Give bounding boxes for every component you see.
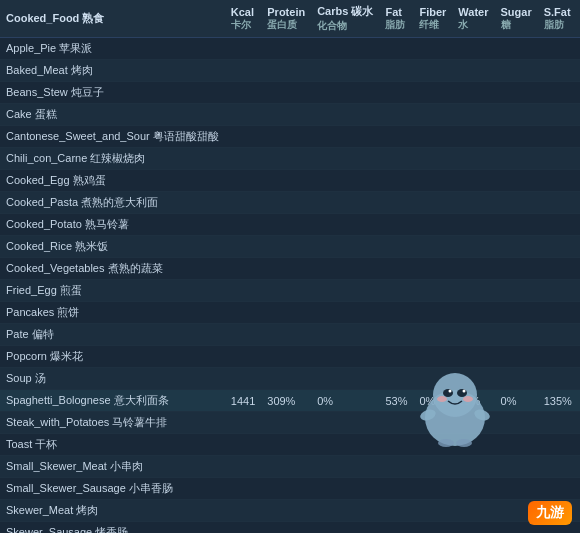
cell-carbs	[311, 302, 379, 324]
table-row: Steak_with_Potatoes 马铃薯牛排	[0, 412, 580, 434]
cell-carbs	[311, 346, 379, 368]
cell-carbs	[311, 148, 379, 170]
cell-water	[452, 434, 494, 456]
cell-kcal	[225, 148, 261, 170]
cell-carbs	[311, 456, 379, 478]
table-row: Beans_Stew 炖豆子	[0, 82, 580, 104]
cell-fat	[379, 324, 413, 346]
cell-fat	[379, 126, 413, 148]
cell-kcal	[225, 104, 261, 126]
table-row: Popcorn 爆米花	[0, 346, 580, 368]
table-row: Skewer_Meat 烤肉	[0, 500, 580, 522]
col-name: Cooked_Food 熟食	[0, 0, 225, 38]
cell-sugar	[495, 412, 538, 434]
cell-carbs	[311, 478, 379, 500]
cell-kcal	[225, 280, 261, 302]
cell-fiber	[413, 82, 452, 104]
cell-sugar	[495, 126, 538, 148]
cell-fiber	[413, 236, 452, 258]
cell-water	[452, 412, 494, 434]
cell-sugar	[495, 302, 538, 324]
cell-fiber	[413, 192, 452, 214]
cell-kcal	[225, 456, 261, 478]
cell-carbs	[311, 38, 379, 60]
cell-fiber	[413, 324, 452, 346]
cell-protein	[261, 522, 311, 534]
cell-sfat	[538, 192, 578, 214]
table-row: Cooked_Rice 熟米饭	[0, 236, 580, 258]
watermark: 九游	[528, 501, 572, 525]
cell-sfat	[538, 126, 578, 148]
cell-fiber	[413, 302, 452, 324]
cell-sugar	[495, 38, 538, 60]
cell-kcal	[225, 522, 261, 534]
cell-fiber	[413, 258, 452, 280]
cell-fat	[379, 302, 413, 324]
cell-water: 29%	[452, 390, 494, 412]
col-carbs: Carbs 碳水 化合物	[311, 0, 379, 38]
cell-name: Soup 汤	[0, 368, 225, 390]
table-row: Soup 汤	[0, 368, 580, 390]
cell-fat	[379, 170, 413, 192]
table-row: Apple_Pie 苹果派	[0, 38, 580, 60]
cell-sugar	[495, 324, 538, 346]
table-row: Cake 蛋糕	[0, 104, 580, 126]
cell-fiber	[413, 522, 452, 534]
cell-kcal	[225, 324, 261, 346]
cell-sfat	[538, 258, 578, 280]
cell-name: Apple_Pie 苹果派	[0, 38, 225, 60]
cell-carbs	[311, 368, 379, 390]
cell-fat	[379, 500, 413, 522]
cell-protein	[261, 82, 311, 104]
cell-fiber	[413, 500, 452, 522]
cell-sfat	[538, 170, 578, 192]
cell-kcal	[225, 434, 261, 456]
cell-name: Baked_Meat 烤肉	[0, 60, 225, 82]
cell-fat	[379, 214, 413, 236]
cell-fat	[379, 456, 413, 478]
col-water: Water 水	[452, 0, 494, 38]
cell-water	[452, 192, 494, 214]
table-row: Cooked_Potato 熟马铃薯	[0, 214, 580, 236]
cell-sugar	[495, 478, 538, 500]
cell-fiber: 0%	[413, 390, 452, 412]
cell-water	[452, 324, 494, 346]
cell-fiber	[413, 214, 452, 236]
cell-water	[452, 38, 494, 60]
cell-protein	[261, 346, 311, 368]
col-protein: Protein 蛋白质	[261, 0, 311, 38]
cell-carbs	[311, 170, 379, 192]
cell-water	[452, 236, 494, 258]
cell-fiber	[413, 148, 452, 170]
cell-name: Fried_Egg 煎蛋	[0, 280, 225, 302]
cell-carbs	[311, 280, 379, 302]
cell-protein	[261, 104, 311, 126]
cell-carbs	[311, 214, 379, 236]
table-row: Pancakes 煎饼	[0, 302, 580, 324]
cell-sfat: 135%	[538, 390, 578, 412]
cell-protein	[261, 148, 311, 170]
cell-water	[452, 280, 494, 302]
cell-kcal	[225, 126, 261, 148]
cell-fiber	[413, 368, 452, 390]
table-row: Small_Skewer_Meat 小串肉	[0, 456, 580, 478]
cell-fat	[379, 346, 413, 368]
cell-fat	[379, 104, 413, 126]
cell-fiber	[413, 280, 452, 302]
cell-carbs	[311, 82, 379, 104]
cell-carbs	[311, 236, 379, 258]
cell-protein	[261, 214, 311, 236]
cell-kcal	[225, 60, 261, 82]
cell-carbs	[311, 500, 379, 522]
cell-kcal	[225, 258, 261, 280]
cell-sfat	[538, 82, 578, 104]
cell-water	[452, 368, 494, 390]
table-container[interactable]: Cooked_Food 熟食 Kcal 卡尔 Protein 蛋白质 Carbs…	[0, 0, 580, 533]
cell-name: Small_Skewer_Sausage 小串香肠	[0, 478, 225, 500]
cell-fiber	[413, 478, 452, 500]
cell-protein	[261, 38, 311, 60]
table-row: Skewer_Sausage 烤香肠	[0, 522, 580, 534]
cell-name: Skewer_Meat 烤肉	[0, 500, 225, 522]
cell-fat	[379, 522, 413, 534]
cell-kcal	[225, 38, 261, 60]
